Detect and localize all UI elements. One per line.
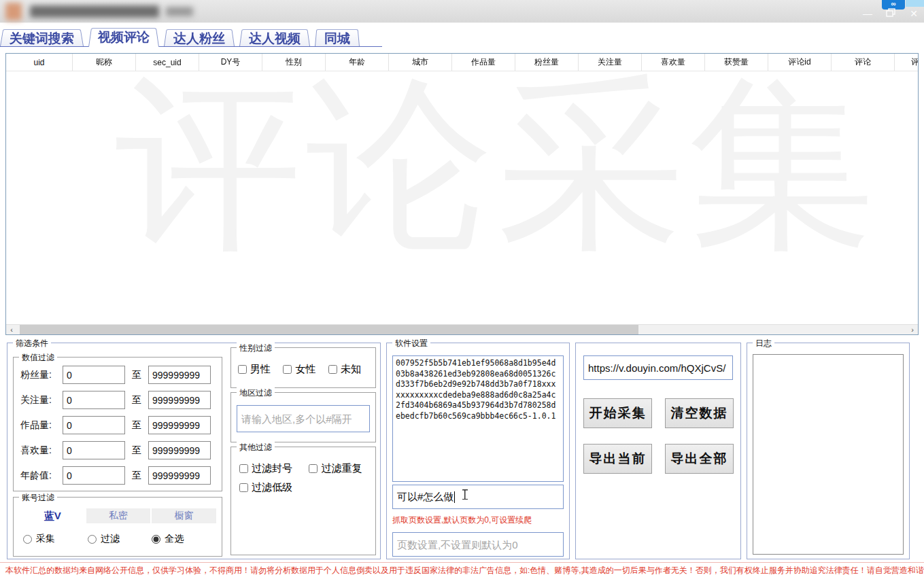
tab-strip: 关键词搜索 视频评论 达人粉丝 达人视频 同城 [0, 27, 382, 47]
radio-select-all[interactable]: 全选 [152, 533, 216, 545]
col-nickname[interactable]: 昵称 [73, 54, 136, 71]
col-comment[interactable]: 评论 [832, 54, 895, 71]
window-title-blurred-2 [166, 7, 193, 16]
other-filter-group: 其他过滤 过滤封号 过滤重复 过滤低级 [230, 447, 376, 555]
start-collect-button[interactable]: 开始采集 [583, 398, 652, 428]
checkbox-female-input[interactable] [283, 365, 292, 374]
col-likes-count[interactable]: 喜欢量 [642, 54, 705, 71]
action-panel: 开始采集 清空数据 导出当前 导出全部 [575, 343, 741, 559]
segment-private[interactable]: 私密 [86, 508, 151, 523]
page-setting-hint: 抓取页数设置,默认页数为0,可设置续爬 [392, 515, 532, 526]
close-icon[interactable]: ✕ [908, 8, 920, 19]
age-max-input[interactable] [148, 466, 211, 485]
checkbox-filter-banned[interactable]: 过滤封号 [239, 462, 292, 475]
checkbox-filter-banned-input[interactable] [239, 464, 248, 473]
checkbox-female[interactable]: 女性 [283, 363, 315, 376]
log-output[interactable] [753, 354, 904, 555]
radio-select-all-label: 全选 [165, 533, 184, 545]
software-settings-panel: 软件设置 007952f5b5b741eb1ef95068a8d1b95e4d0… [386, 343, 570, 559]
app-icon [5, 3, 22, 20]
filter-panel-title: 筛选条件 [13, 338, 51, 349]
region-filter-group: 地区过滤 [230, 392, 376, 442]
log-panel: 日志 [747, 343, 910, 559]
fans-min-input[interactable] [63, 366, 125, 384]
log-panel-title: 日志 [753, 338, 774, 349]
col-sec-uid[interactable]: sec_uid [136, 54, 199, 71]
region-input[interactable] [237, 405, 370, 432]
page-count-input[interactable] [392, 532, 564, 557]
to-label: 至 [125, 394, 148, 406]
restore-icon[interactable] [885, 8, 897, 19]
col-uid[interactable]: uid [6, 54, 73, 71]
tab-same-city[interactable]: 同城 [315, 28, 360, 46]
checkbox-unknown[interactable]: 未知 [328, 363, 361, 376]
minimize-icon[interactable]: — [861, 8, 874, 19]
col-works-count[interactable]: 作品量 [452, 54, 515, 71]
checkbox-filter-lowgrade-input[interactable] [239, 483, 248, 492]
tab-keyword-search[interactable]: 关键词搜索 [0, 28, 84, 46]
checkbox-female-label: 女性 [295, 363, 315, 376]
checkbox-male-label: 男性 [250, 363, 271, 376]
likes-min-input[interactable] [63, 441, 125, 459]
checkbox-filter-banned-label: 过滤封号 [252, 462, 292, 475]
account-type-segments: 蓝V 私密 橱窗 [19, 508, 216, 523]
col-gender[interactable]: 性别 [262, 54, 326, 71]
to-label: 至 [125, 369, 148, 381]
video-url-input[interactable] [583, 355, 733, 380]
col-comment-id[interactable]: 评论id [768, 54, 832, 71]
export-current-button[interactable]: 导出当前 [583, 444, 652, 474]
fans-count-label: 粉丝量: [20, 369, 63, 381]
checkbox-male-input[interactable] [238, 365, 247, 374]
radio-select-all-input[interactable] [152, 535, 160, 544]
radio-collect-label: 采集 [36, 533, 55, 545]
follow-min-input[interactable] [63, 391, 125, 409]
follow-max-input[interactable] [148, 391, 211, 409]
works-min-input[interactable] [63, 416, 125, 434]
export-all-button[interactable]: 导出全部 [665, 444, 734, 474]
to-label: 至 [125, 445, 148, 457]
segment-blue-v[interactable]: 蓝V [20, 508, 85, 523]
col-age[interactable]: 年龄 [326, 54, 389, 71]
col-follow-count[interactable]: 关注量 [579, 54, 642, 71]
scroll-left-icon[interactable]: ‹ [6, 325, 17, 335]
checkbox-filter-duplicate-input[interactable] [309, 464, 318, 473]
follow-count-label: 关注量: [20, 394, 63, 406]
other-filter-title: 其他过滤 [237, 442, 275, 453]
horizontal-scrollbar[interactable]: ‹ › [6, 324, 918, 334]
to-label: 至 [125, 419, 148, 432]
checkbox-filter-lowgrade[interactable]: 过滤低级 [239, 481, 292, 494]
tab-influencer-videos[interactable]: 达人视频 [239, 28, 310, 46]
radio-collect[interactable]: 采集 [23, 533, 88, 545]
col-dy-id[interactable]: DY号 [199, 54, 262, 71]
checkbox-filter-duplicate-label: 过滤重复 [321, 462, 362, 475]
watermark-text: 评论采集 [115, 71, 879, 294]
results-table: uid 昵称 sec_uid DY号 性别 年龄 城市 作品量 粉丝量 关注量 … [5, 53, 919, 335]
checkbox-unknown-input[interactable] [328, 365, 337, 374]
app-window: ∞ — ✕ 关键词搜索 视频评论 达人粉丝 达人视频 同城 uid 昵称 sec… [0, 0, 924, 575]
segment-showcase[interactable]: 橱窗 [152, 508, 216, 523]
likes-max-input[interactable] [148, 441, 211, 459]
token-textarea[interactable]: 007952f5b5b741eb1ef95068a8d1b95e4d03b8a4… [392, 355, 564, 482]
scroll-right-icon[interactable]: › [907, 325, 918, 335]
checkbox-filter-duplicate[interactable]: 过滤重复 [309, 462, 362, 475]
radio-filter[interactable]: 过滤 [88, 533, 152, 545]
keyword-input[interactable]: 可以#怎么做 [392, 485, 564, 509]
radio-filter-input[interactable] [88, 535, 97, 544]
col-comment-time-partial[interactable]: 评论时间 [895, 54, 919, 71]
col-city[interactable]: 城市 [389, 54, 452, 71]
col-praised-count[interactable]: 获赞量 [705, 54, 768, 71]
col-fans-count[interactable]: 粉丝量 [515, 54, 579, 71]
scrollbar-thumb[interactable] [20, 325, 638, 335]
radio-collect-input[interactable] [23, 535, 32, 544]
checkbox-male[interactable]: 男性 [238, 363, 271, 376]
clear-data-button[interactable]: 清空数据 [665, 398, 734, 428]
tab-video-comments[interactable]: 视频评论 [88, 27, 159, 47]
works-max-input[interactable] [148, 416, 211, 434]
fans-max-input[interactable] [148, 366, 211, 384]
likes-count-label: 喜欢量: [20, 445, 63, 457]
tab-influencer-fans[interactable]: 达人粉丝 [164, 28, 235, 46]
age-min-input[interactable] [63, 466, 125, 485]
titlebar: ∞ — ✕ [0, 0, 924, 23]
gender-filter-group: 性别过滤 男性 女性 未知 [230, 347, 376, 388]
radio-filter-label: 过滤 [101, 533, 120, 545]
